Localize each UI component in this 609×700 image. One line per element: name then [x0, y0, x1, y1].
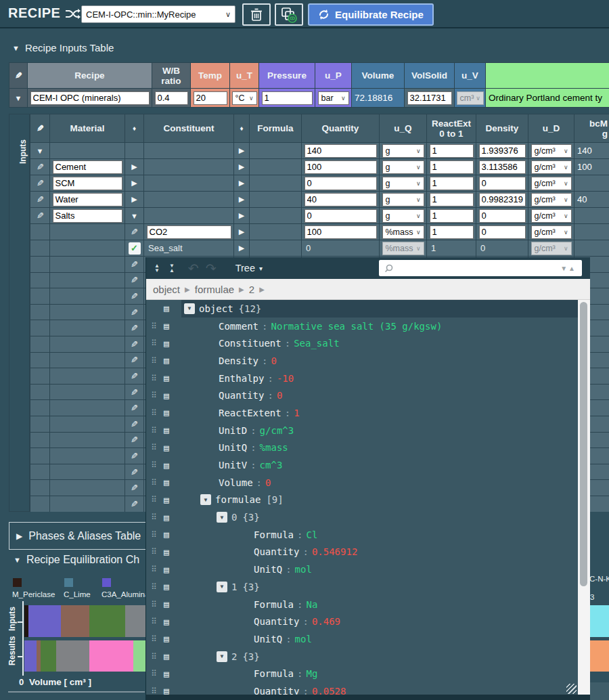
pencil-icon[interactable]: ✎	[131, 451, 138, 461]
density-input[interactable]	[479, 193, 526, 206]
recipe-input[interactable]	[30, 91, 150, 105]
lead-cell[interactable]: ✎	[30, 208, 50, 224]
density-input[interactable]	[479, 144, 526, 158]
drag-handle-icon[interactable]: ⠿	[151, 512, 157, 522]
unit-select[interactable]: g/cm³∨	[531, 225, 572, 239]
unit-select[interactable]: bar∨	[318, 91, 349, 105]
density-input[interactable]	[479, 160, 526, 174]
unit-select[interactable]: g/cm³∨	[531, 209, 572, 223]
duplicate-view-button[interactable]	[275, 3, 303, 26]
tree-value[interactable]: %mass	[260, 442, 288, 453]
constituent-marker-cell[interactable]: ▶	[234, 240, 250, 257]
row-edit-cell[interactable]: ✎	[125, 320, 144, 336]
constituent-marker-cell[interactable]: ▶	[234, 224, 250, 240]
unit-select[interactable]: g/cm³∨	[531, 177, 572, 190]
constituent-name-input[interactable]	[147, 225, 231, 239]
document-icon[interactable]: ▤	[164, 582, 169, 592]
drag-handle-icon[interactable]: ⠿	[151, 478, 157, 487]
document-icon[interactable]: ▤	[164, 373, 169, 383]
delete-recipe-button[interactable]	[242, 3, 271, 26]
material-marker-cell[interactable]: ▶	[125, 175, 144, 192]
document-icon[interactable]: ▤	[164, 391, 169, 401]
expand-right-icon[interactable]: ▶	[239, 162, 244, 171]
tree-value[interactable]: 0	[277, 390, 282, 401]
lead-cell[interactable]	[30, 224, 50, 240]
material-name-input[interactable]	[53, 177, 122, 190]
pencil-icon[interactable]: ✎	[131, 483, 138, 493]
expand-right-icon[interactable]: ▶	[239, 179, 244, 188]
drag-handle-icon[interactable]: ⠿	[151, 426, 157, 435]
drag-handle-icon[interactable]: ⠿	[151, 617, 157, 626]
expand-right-icon[interactable]: ▶	[131, 195, 137, 204]
material-marker-cell[interactable]: ▶	[125, 192, 144, 208]
pencil-icon[interactable]: ✎	[131, 339, 138, 349]
tree-key[interactable]: Quantity	[254, 546, 299, 557]
section-recipe-inputs[interactable]: ▼ Recipe Inputs Table	[12, 42, 114, 53]
tree-value[interactable]: 0	[265, 477, 271, 488]
recipe-input[interactable]	[194, 91, 227, 105]
row-edit-cell[interactable]: ✎	[125, 464, 144, 481]
material-marker-cell[interactable]: ✎	[125, 224, 144, 240]
pencil-icon[interactable]: ✎	[37, 162, 44, 172]
document-icon[interactable]: ▤	[164, 669, 169, 679]
pencil-icon[interactable]: ✎	[131, 387, 138, 397]
expand-down-icon[interactable]: ▼	[131, 212, 138, 220]
constituent-marker-cell[interactable]: ▶	[234, 143, 250, 159]
drag-handle-icon[interactable]: ⠿	[151, 338, 157, 348]
tree-key[interactable]: object	[199, 303, 233, 314]
tree-value[interactable]: 0.546912	[312, 546, 357, 557]
expand-right-icon[interactable]: ▶	[239, 227, 244, 236]
unit-select[interactable]: °C∨	[232, 91, 257, 105]
pencil-icon[interactable]: ✎	[131, 355, 138, 365]
tree-key[interactable]: UnitQ	[254, 564, 282, 575]
tree-key[interactable]: Formula	[254, 599, 294, 610]
document-icon[interactable]: ▤	[164, 303, 169, 313]
reactext-input[interactable]	[430, 144, 474, 158]
drag-handle-icon[interactable]: ⠿	[151, 443, 157, 452]
row-edit-cell[interactable]: ✎	[125, 257, 144, 273]
unit-select[interactable]: g∨	[382, 160, 424, 174]
reactext-input[interactable]	[430, 177, 474, 190]
recipe-select[interactable]: CEM-I-OPC::min::MyRecipe ∨	[81, 5, 235, 23]
expand-right-icon[interactable]: ▶	[239, 244, 244, 253]
density-input[interactable]	[479, 177, 526, 190]
document-icon[interactable]: ▤	[164, 495, 169, 505]
document-icon[interactable]: ▤	[164, 477, 169, 487]
document-icon[interactable]: ▤	[164, 321, 169, 331]
pencil-icon[interactable]: ✎	[37, 194, 44, 204]
material-name-input[interactable]	[53, 160, 122, 174]
pencil-icon[interactable]: ✎	[131, 467, 138, 477]
section-equilibration[interactable]: ▼ Recipe Equilibration Ch	[14, 554, 139, 566]
tree-key[interactable]: Volume	[219, 477, 253, 488]
tree-value[interactable]: Mg	[306, 668, 317, 679]
document-icon[interactable]: ▤	[164, 443, 169, 453]
lead-cell[interactable]	[30, 240, 50, 257]
document-icon[interactable]: ▤	[164, 547, 169, 557]
tree-key[interactable]: UnitV	[219, 460, 247, 471]
quantity-input[interactable]	[304, 193, 377, 206]
lead-cell[interactable]: ✎	[30, 175, 50, 192]
search-input[interactable]	[397, 263, 556, 274]
material-marker-cell[interactable]: ▶	[125, 159, 144, 175]
collapse-all-button[interactable]: ▼ ▲	[169, 263, 175, 273]
drag-handle-icon[interactable]: ⠿	[151, 582, 157, 592]
search-prev-icon[interactable]: ▲	[568, 265, 577, 272]
tree-key[interactable]: UnitQ	[219, 442, 247, 453]
drag-handle-icon[interactable]: ⠿	[151, 669, 157, 678]
pencil-icon[interactable]: ✎	[131, 323, 138, 333]
lead-cell[interactable]: ✎	[30, 192, 50, 208]
pencil-icon[interactable]: ✎	[131, 435, 138, 445]
constituent-marker-cell[interactable]: ▶	[234, 192, 250, 208]
expand-right-icon[interactable]: ▶	[131, 179, 137, 188]
document-icon[interactable]: ▤	[164, 634, 169, 644]
reactext-input[interactable]	[430, 209, 474, 223]
expand-right-icon[interactable]: ▶	[239, 195, 244, 204]
drag-handle-icon[interactable]: ⠿	[151, 374, 157, 383]
pencil-icon[interactable]: ✎	[131, 403, 138, 413]
drag-handle-icon[interactable]: ⠿	[151, 495, 157, 504]
tree-key[interactable]: Formula	[254, 529, 294, 540]
redo-button[interactable]: ↷	[206, 262, 217, 275]
unit-select[interactable]: g∨	[382, 193, 424, 206]
lead-cell[interactable]: ✎	[30, 159, 50, 175]
expand-right-icon[interactable]: ▶	[239, 211, 244, 220]
